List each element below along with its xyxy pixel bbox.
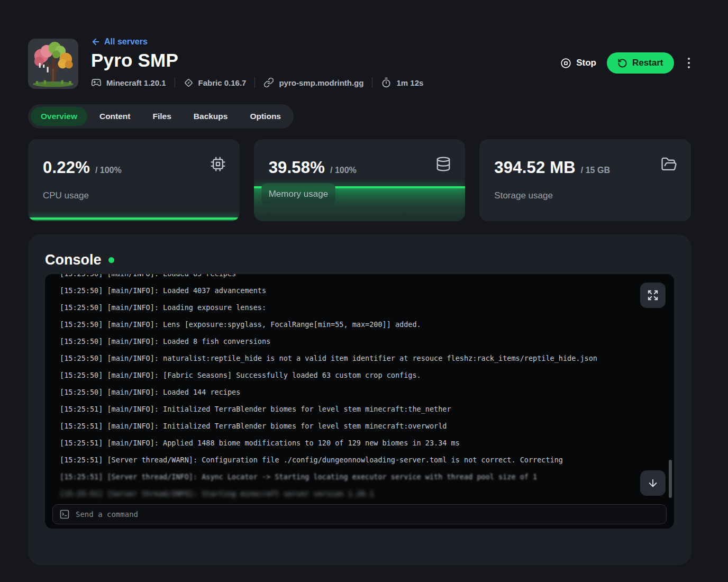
tab-bar: Overview Content Files Backups Options (28, 104, 294, 129)
scroll-to-bottom-button[interactable] (640, 470, 666, 496)
server-avatar (28, 39, 78, 89)
cpu-usage-chart (28, 217, 240, 221)
gamepad-icon (91, 77, 102, 88)
cpu-usage-label: CPU usage (43, 190, 89, 201)
pixel-tree-icon (28, 39, 78, 89)
uptime-label: 1m 12s (396, 78, 423, 87)
expand-icon (647, 289, 659, 301)
stop-button[interactable]: Stop (560, 58, 596, 69)
folder-open-icon (661, 156, 677, 175)
server-meta-row: Minecraft 1.20.1 Fabric 0.16.7 pyro-smp.… (91, 77, 423, 88)
restart-icon (617, 58, 627, 68)
terminal-icon (59, 509, 70, 520)
log-line: [15:25:51] [main/INFO]: Initialized Terr… (60, 401, 659, 417)
page-title: Pyro SMP (91, 50, 423, 71)
kebab-dot (688, 66, 690, 69)
back-link-label: All servers (104, 37, 148, 47)
cpu-icon (210, 156, 226, 174)
log-line: [15:25:50] [main/INFO]: Loaded 8 fish co… (60, 333, 659, 350)
cpu-usage-card: 0.22% / 100% CPU usage (28, 139, 240, 221)
console-title: Console (45, 252, 102, 268)
meta-loader-version: Fabric 0.16.7 (184, 78, 247, 88)
tab-options[interactable]: Options (240, 107, 291, 126)
kebab-dot (688, 62, 690, 65)
stop-button-label: Stop (576, 58, 596, 68)
stats-row: 0.22% / 100% CPU usage 39.58% / 100% (28, 139, 691, 221)
storage-usage-label: Storage usage (494, 190, 553, 201)
log-line: [15:25:50] [main/INFO]: Lens [exposure:s… (60, 316, 659, 333)
console-terminal[interactable]: [15:25:50] [main/INFO]: Loaded 65 recipe… (45, 274, 674, 529)
tab-files[interactable]: Files (142, 107, 181, 126)
log-line: [15:25:51] [Server thread/WARN]: Configu… (60, 451, 659, 468)
cpu-usage-value: 0.22% (43, 158, 90, 177)
memory-usage-label-pill: Memory usage (261, 183, 335, 205)
cpu-usage-total: / 100% (95, 166, 122, 175)
restart-button[interactable]: Restart (607, 52, 674, 74)
memory-usage-label: Memory usage (269, 189, 328, 199)
fabric-loader-icon (184, 78, 194, 88)
online-status-dot (108, 257, 114, 263)
minecraft-version-label: Minecraft 1.20.1 (106, 78, 166, 87)
meta-divider (372, 77, 372, 88)
meta-divider (175, 77, 175, 88)
more-options-button[interactable] (685, 54, 694, 72)
memory-usage-total: / 100% (330, 166, 357, 175)
header-text-block: All servers Pyro SMP Minecraft 1.20.1 Fa… (91, 37, 423, 88)
memory-usage-card: 39.58% / 100% Memory usage (254, 139, 466, 221)
meta-minecraft-version: Minecraft 1.20.1 (91, 77, 166, 88)
log-line: [15:25:50] [main/INFO]: Loaded 144 recip… (60, 384, 659, 401)
loader-version-label: Fabric 0.16.7 (198, 78, 247, 87)
console-header: Console (28, 234, 691, 274)
console-fullscreen-button[interactable] (640, 283, 666, 308)
arrow-left-icon (91, 37, 101, 47)
console-log: [15:25:50] [main/INFO]: Loaded 65 recipe… (45, 274, 674, 502)
storage-usage-total: / 15 GB (581, 166, 610, 175)
log-line-blurred: [15:25:51] [Server thread/INFO]: Startin… (60, 485, 659, 502)
log-line-blurred: [15:25:51] [Server thread/INFO]: Async L… (60, 468, 659, 485)
database-icon (435, 156, 451, 174)
link-icon (263, 77, 274, 88)
meta-server-address[interactable]: pyro-smp.modrinth.gg (263, 77, 363, 88)
log-line: [15:25:50] [main/INFO]: naturalist:repti… (60, 350, 659, 367)
arrow-down-icon (647, 477, 659, 489)
memory-usage-value: 39.58% (269, 158, 325, 177)
stop-circle-icon (560, 58, 571, 69)
back-to-all-servers-link[interactable]: All servers (91, 37, 423, 47)
restart-button-label: Restart (632, 58, 663, 68)
log-line: [15:25:50] [main/INFO]: Loaded 4037 adva… (60, 282, 659, 299)
header-actions: Stop Restart (560, 52, 693, 74)
console-panel: Console [15:25:50] [main/INFO]: Loaded 6… (28, 234, 691, 565)
log-line: [15:25:50] [main/INFO]: Loading exposure… (60, 299, 659, 316)
command-input-row (52, 504, 667, 524)
server-overview-page: All servers Pyro SMP Minecraft 1.20.1 Fa… (0, 0, 728, 582)
storage-usage-value: 394.52 MB (494, 158, 575, 177)
kebab-dot (688, 58, 690, 60)
command-input[interactable] (76, 510, 660, 519)
meta-uptime: 1m 12s (381, 77, 423, 88)
server-address-label: pyro-smp.modrinth.gg (279, 78, 363, 87)
meta-divider (254, 77, 255, 88)
console-scrollbar-thumb[interactable] (669, 460, 672, 498)
log-line: [15:25:51] [main/INFO]: Applied 1488 bio… (60, 434, 659, 451)
tab-content[interactable]: Content (89, 107, 141, 126)
log-line: [15:25:50] [main/INFO]: [Fabric Seasons]… (60, 367, 659, 384)
tab-overview[interactable]: Overview (31, 107, 87, 126)
log-line: [15:25:51] [main/INFO]: Initialized Terr… (60, 417, 659, 434)
log-line: [15:25:50] [main/INFO]: Loaded 65 recipe… (60, 274, 659, 282)
timer-icon (381, 77, 392, 88)
tab-backups[interactable]: Backups (184, 107, 238, 126)
storage-usage-card: 394.52 MB / 15 GB Storage usage (479, 139, 691, 221)
